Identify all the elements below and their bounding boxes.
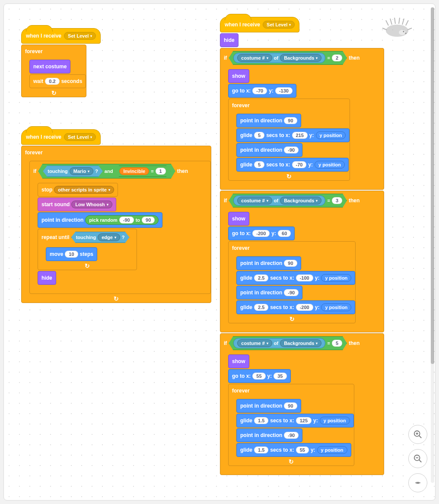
svg-line-4 — [399, 18, 400, 24]
svg-point-11 — [405, 33, 407, 34]
start-sound-block[interactable]: start sound Low Whoosh▾ — [38, 198, 116, 211]
glide-block[interactable]: glide5 secs to x:-70 y:y position — [236, 158, 349, 172]
chevron-down-icon: ▾ — [90, 135, 92, 139]
if-block-2[interactable]: if costume #▾ of Backgrounds▾ = 3 then s… — [220, 191, 384, 332]
svg-line-17 — [419, 460, 422, 463]
loop-arrow-icon: ↻ — [114, 295, 119, 302]
svg-text:=: = — [416, 479, 420, 486]
next-costume-block[interactable]: next costume — [29, 60, 70, 73]
show-block[interactable]: show — [228, 212, 249, 226]
y-position-reporter[interactable]: y position — [316, 131, 346, 139]
loop-arrow-icon: ↻ — [289, 316, 295, 322]
and-condition[interactable]: touching Mario▾ ? and Invincible = 1 — [38, 164, 175, 179]
show-block[interactable]: show — [228, 69, 249, 83]
hide-block[interactable]: hide — [220, 33, 239, 47]
forever-block[interactable]: forever point in direction90 glide2.5 se… — [228, 241, 356, 323]
zoom-reset-icon: = — [414, 479, 422, 487]
variable-invincible[interactable]: Invincible — [119, 167, 149, 175]
script-2[interactable]: when I receive Set Level▾ forever if tou… — [21, 129, 211, 303]
when-receive-hat[interactable]: when I receive Set Level▾ — [21, 129, 101, 145]
equals-condition[interactable]: costume #▾ of Backgrounds▾ = 2 — [229, 51, 347, 65]
if-block[interactable]: if touching Mario▾ ? and Invincible = — [29, 161, 211, 294]
loop-arrow-icon: ↻ — [51, 89, 57, 96]
goto-xy-block[interactable]: go to x:-70 y:-130 — [228, 84, 296, 98]
zoom-controls: = — [408, 425, 427, 492]
forever-block[interactable]: forever point in direction90 glide1.5 se… — [228, 384, 354, 466]
glide-block[interactable]: glide5 secs to x:215 y:y position — [236, 128, 350, 142]
svg-line-13 — [419, 436, 422, 438]
zoom-out-icon — [413, 454, 423, 463]
zoom-in-button[interactable] — [408, 425, 427, 444]
forever-block[interactable]: forever next costume wait 0.2 seconds ↻ — [21, 45, 86, 97]
hat-label: when I receive — [26, 33, 61, 39]
svg-line-6 — [406, 20, 408, 26]
chevron-down-icon: ▾ — [289, 23, 291, 27]
stop-block[interactable]: stop other scripts in sprite▾ — [38, 183, 118, 197]
equals-condition[interactable]: Invincible = 1 — [115, 166, 170, 177]
goto-xy-block[interactable]: go to x:-200 y:60 — [228, 226, 295, 240]
sound-dropdown[interactable]: Low Whoosh▾ — [71, 201, 112, 208]
loop-arrow-icon: ↻ — [289, 458, 294, 465]
svg-line-2 — [390, 19, 392, 25]
goto-xy-block[interactable]: go to x:55 y:35 — [228, 369, 291, 383]
message-dropdown[interactable]: Set Level▾ — [64, 32, 96, 40]
if-block-1[interactable]: if costume #▾ of Backgrounds▾ = 2 then s… — [220, 48, 384, 190]
when-receive-hat[interactable]: when I receive Set Level▾ — [220, 17, 299, 32]
vertical-scrollbar[interactable] — [431, 7, 434, 483]
svg-line-8 — [407, 28, 412, 30]
wait-seconds-input[interactable]: 0.2 — [45, 78, 59, 85]
message-dropdown[interactable]: Set Level▾ — [64, 133, 96, 141]
loop-arrow-icon: ↻ — [85, 262, 90, 269]
forever-block[interactable]: forever point in direction90 glide5 secs… — [228, 99, 350, 181]
zoom-in-icon — [413, 430, 423, 439]
svg-point-0 — [386, 25, 408, 37]
zoom-out-button[interactable] — [408, 449, 427, 468]
message-dropdown[interactable]: Set Level▾ — [263, 21, 295, 29]
svg-line-1 — [386, 20, 388, 26]
forever-block[interactable]: forever if touching Mario▾ ? and — [21, 146, 211, 303]
chevron-down-icon: ▾ — [90, 34, 92, 38]
point-direction-block[interactable]: point in direction90 — [236, 114, 301, 128]
point-direction-block[interactable]: point in direction-90 — [236, 143, 302, 157]
touching-edge[interactable]: touching edge▾ ? — [71, 232, 130, 243]
loop-arrow-icon: ↻ — [286, 173, 292, 180]
repeat-until-block[interactable]: repeat until touching edge▾ ? move — [38, 229, 137, 270]
script-3[interactable]: when I receive Set Level▾ hide if costum… — [220, 17, 384, 475]
when-receive-hat[interactable]: when I receive Set Level▾ — [21, 28, 101, 44]
sprite-thumbnail-hedgehog — [380, 17, 414, 38]
show-block[interactable]: show — [228, 354, 249, 368]
stop-dropdown[interactable]: other scripts in sprite▾ — [54, 186, 114, 194]
zoom-reset-button[interactable]: = — [408, 473, 427, 492]
if-block-3[interactable]: if costume #▾ of Backgrounds▾ = 5 then s… — [220, 333, 384, 475]
pick-random-reporter[interactable]: pick random -90 to 90 — [85, 215, 159, 225]
point-direction-block[interactable]: point in direction pick random -90 to 90 — [38, 212, 162, 228]
touching-reporter[interactable]: touching Mario▾ ? — [43, 166, 103, 177]
svg-line-5 — [402, 19, 404, 25]
svg-line-3 — [394, 18, 395, 24]
wait-block[interactable]: wait 0.2 seconds — [29, 74, 86, 88]
costume-of-reporter[interactable]: costume #▾ of Backgrounds▾ — [233, 53, 325, 63]
script-1[interactable]: when I receive Set Level▾ forever next c… — [21, 28, 101, 97]
svg-point-10 — [403, 31, 404, 32]
touching-dropdown[interactable]: Mario▾ — [70, 167, 93, 175]
hide-block[interactable]: hide — [38, 271, 56, 285]
move-steps-block[interactable]: move 10 steps — [46, 247, 97, 261]
svg-point-9 — [399, 30, 406, 35]
scratch-workspace[interactable]: when I receive Set Level▾ forever next c… — [3, 3, 436, 501]
